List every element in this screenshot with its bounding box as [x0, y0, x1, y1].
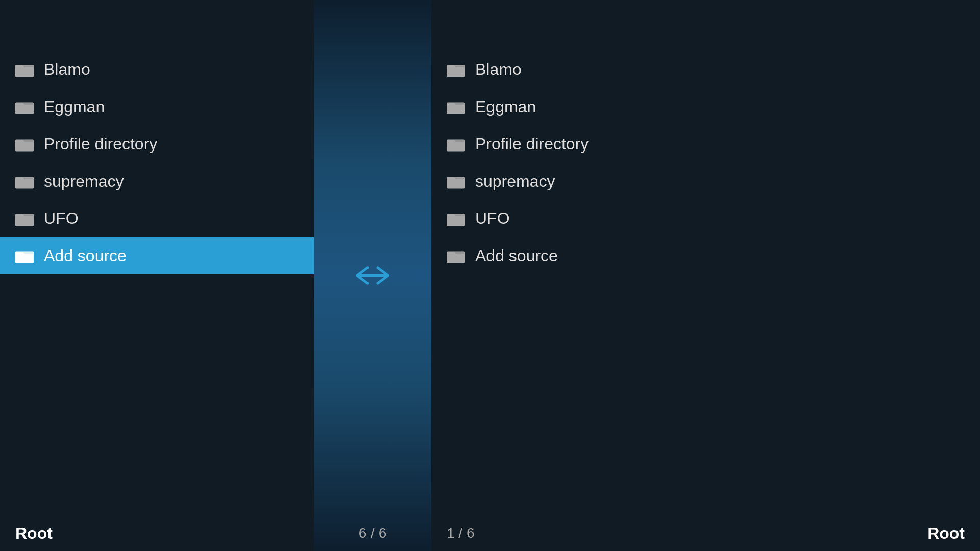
folder-icon [447, 174, 465, 189]
right-panel: Blamo Eggman Profile directory supremacy… [431, 0, 980, 551]
svg-rect-2 [15, 67, 34, 77]
right-list-item[interactable]: Eggman [431, 88, 980, 126]
svg-rect-24 [447, 105, 465, 114]
folder-icon [447, 99, 465, 115]
file-item-label: Add source [44, 246, 127, 265]
center-bottom-bar: 6 / 6 [314, 515, 431, 551]
file-item-label: Add source [475, 246, 558, 265]
right-list-item[interactable]: Add source [431, 237, 980, 274]
right-bottom-bar: 1 / 6 Root [431, 515, 980, 551]
svg-rect-5 [15, 105, 34, 114]
svg-rect-36 [447, 254, 465, 263]
folder-icon [15, 211, 34, 227]
left-panel: Blamo Eggman Profile directory supremacy… [0, 0, 314, 551]
file-item-label: supremacy [44, 172, 124, 191]
right-file-list: Blamo Eggman Profile directory supremacy… [431, 51, 980, 274]
svg-rect-11 [15, 179, 34, 188]
svg-rect-30 [447, 179, 465, 188]
left-list-item[interactable]: Eggman [0, 88, 314, 126]
file-item-label: Profile directory [475, 135, 589, 154]
left-page-indicator: 6 / 6 [359, 525, 386, 541]
file-item-label: UFO [475, 209, 510, 228]
file-item-label: Eggman [475, 97, 536, 116]
file-item-label: Blamo [475, 60, 522, 79]
folder-icon [447, 211, 465, 227]
left-file-list: Blamo Eggman Profile directory supremacy… [0, 51, 314, 274]
file-item-label: Blamo [44, 60, 90, 79]
left-list-item[interactable]: UFO [0, 200, 314, 237]
main-layout: File manager 7:30 PM Blamo Eggman Profil… [0, 0, 980, 551]
svg-rect-33 [447, 216, 465, 226]
file-item-label: Eggman [44, 97, 105, 116]
file-item-label: UFO [44, 209, 79, 228]
swap-icon [355, 263, 390, 288]
svg-rect-8 [15, 142, 34, 151]
right-page-indicator: 1 / 6 [447, 525, 474, 541]
svg-rect-17 [15, 254, 34, 263]
right-list-item[interactable]: supremacy [431, 163, 980, 200]
folder-icon [447, 248, 465, 264]
folder-icon [15, 62, 34, 78]
left-list-item[interactable]: Blamo [0, 51, 314, 88]
right-list-item[interactable]: UFO [431, 200, 980, 237]
left-root-label: Root [15, 524, 53, 543]
folder-icon [15, 174, 34, 189]
folder-icon [15, 248, 34, 264]
svg-rect-14 [15, 216, 34, 226]
svg-rect-27 [447, 142, 465, 151]
right-root-label: Root [927, 524, 965, 543]
svg-rect-21 [447, 67, 465, 77]
left-list-item[interactable]: Add source [0, 237, 314, 274]
folder-icon [447, 62, 465, 78]
folder-icon [15, 137, 34, 152]
center-panel: 6 / 6 [314, 0, 431, 551]
folder-icon [15, 99, 34, 115]
left-list-item[interactable]: Profile directory [0, 126, 314, 163]
left-list-item[interactable]: supremacy [0, 163, 314, 200]
left-bottom-bar: Root [0, 515, 314, 551]
folder-icon [447, 137, 465, 152]
right-list-item[interactable]: Blamo [431, 51, 980, 88]
file-item-label: Profile directory [44, 135, 157, 154]
right-list-item[interactable]: Profile directory [431, 126, 980, 163]
file-item-label: supremacy [475, 172, 555, 191]
